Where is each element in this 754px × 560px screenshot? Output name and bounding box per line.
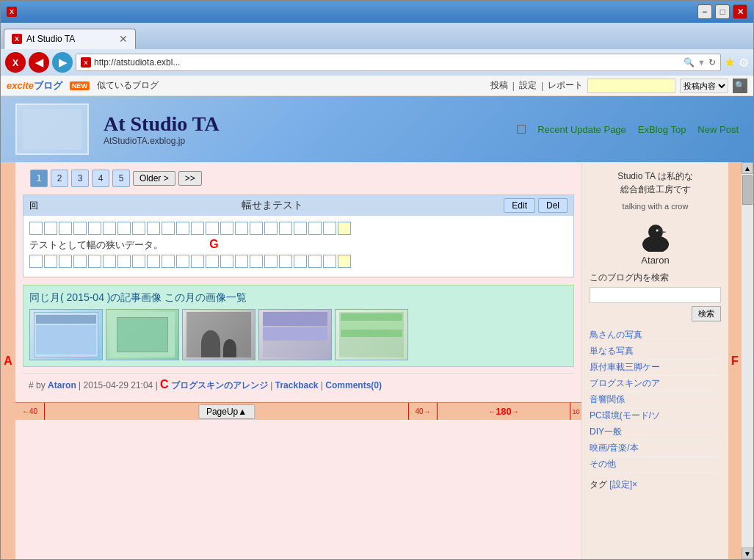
- scroll-thumb[interactable]: [742, 175, 753, 205]
- sidebar-link-diy[interactable]: DIY一般: [590, 424, 721, 440]
- link-item[interactable]: [176, 222, 189, 235]
- content-type-select[interactable]: 投稿内容: [680, 79, 728, 93]
- browser-tab-active[interactable]: X At Studio TA ✕: [4, 29, 136, 49]
- link-item[interactable]: [191, 222, 204, 235]
- recent-update-link[interactable]: Recent Update Page: [537, 124, 626, 135]
- sidebar-link-pc[interactable]: PC環境(モード/ソ: [590, 408, 721, 424]
- minimize-button[interactable]: −: [697, 4, 712, 19]
- gallery-title[interactable]: 同じ月( 2015-04 )の記事画像 この月の画像一覧: [29, 291, 568, 305]
- link-item[interactable]: [147, 222, 160, 235]
- sidebar-link-tripod[interactable]: 原付車載三脚ケー: [590, 360, 721, 376]
- link-item[interactable]: [162, 222, 175, 235]
- link-item[interactable]: [220, 255, 233, 268]
- browser-x-button[interactable]: X: [5, 52, 26, 73]
- link-item[interactable]: [73, 222, 87, 235]
- link-item[interactable]: [176, 255, 189, 268]
- exblog-top-link[interactable]: ExBlog Top: [638, 124, 686, 135]
- sidebar-link-photos[interactable]: 単なる写真: [590, 343, 721, 360]
- close-button[interactable]: ✕: [733, 4, 747, 19]
- sidebar-tag-settings[interactable]: [設定]×: [609, 479, 637, 490]
- link-item[interactable]: [117, 222, 131, 235]
- link-item[interactable]: [88, 255, 101, 268]
- link-item[interactable]: [73, 255, 87, 268]
- toolbar-search-input[interactable]: [587, 79, 675, 93]
- blog-nav-checkbox[interactable]: [517, 125, 526, 134]
- link-item[interactable]: [264, 222, 278, 235]
- link-item[interactable]: [235, 255, 248, 268]
- link-item[interactable]: [59, 255, 72, 268]
- comments-link[interactable]: Comments(0): [325, 380, 382, 390]
- sidebar-search-input[interactable]: [590, 287, 721, 303]
- gallery-thumb-5[interactable]: [335, 309, 408, 360]
- toolbar-post-link[interactable]: 投稿: [490, 79, 508, 92]
- toolbar-settings-link[interactable]: 設定: [519, 79, 537, 92]
- sidebar-search-button[interactable]: 検索: [692, 306, 721, 321]
- link-item[interactable]: [338, 222, 351, 235]
- scroll-down-button[interactable]: ▼: [742, 548, 753, 559]
- author-link[interactable]: Ataron: [48, 380, 76, 390]
- link-item[interactable]: [59, 222, 72, 235]
- similar-blogs-link[interactable]: 似ているブログ: [97, 79, 159, 92]
- refresh-icon[interactable]: ↻: [708, 57, 716, 68]
- link-item[interactable]: [29, 255, 43, 268]
- link-item[interactable]: [323, 255, 336, 268]
- link-item[interactable]: [250, 222, 263, 235]
- link-item[interactable]: [132, 255, 145, 268]
- sidebar-link-birds[interactable]: 鳥さんの写真: [590, 327, 721, 343]
- gallery-thumb-4[interactable]: [258, 309, 332, 360]
- forward-button[interactable]: ▶: [52, 52, 73, 73]
- scroll-up-button[interactable]: ▲: [742, 162, 753, 174]
- settings-gear-icon[interactable]: ⚙: [739, 56, 749, 70]
- link-item[interactable]: [103, 255, 116, 268]
- toolbar-report-link[interactable]: レポート: [548, 79, 583, 92]
- pageup-button[interactable]: PageUp▲: [198, 404, 255, 419]
- link-item[interactable]: [250, 255, 263, 268]
- dropdown-icon[interactable]: ▼: [697, 58, 706, 67]
- link-item[interactable]: [103, 222, 116, 235]
- edit-button[interactable]: Edit: [504, 198, 535, 213]
- tab-close-button[interactable]: ✕: [119, 33, 128, 45]
- link-item[interactable]: [279, 255, 292, 268]
- gallery-thumb-1[interactable]: [29, 309, 103, 360]
- link-item[interactable]: [279, 222, 292, 235]
- link-item[interactable]: [294, 222, 307, 235]
- link-item[interactable]: [235, 222, 248, 235]
- sidebar-link-other[interactable]: その他: [590, 457, 721, 473]
- page-btn-5[interactable]: 5: [112, 170, 130, 187]
- link-item[interactable]: [338, 255, 351, 268]
- link-item[interactable]: [206, 222, 219, 235]
- page-btn-2[interactable]: 2: [51, 170, 68, 187]
- page-btn-4[interactable]: 4: [92, 170, 109, 187]
- link-item[interactable]: [220, 222, 233, 235]
- gallery-thumb-2[interactable]: [106, 309, 179, 360]
- bookmark-star-icon[interactable]: ★: [724, 54, 736, 70]
- last-btn[interactable]: >>: [178, 171, 202, 186]
- del-button[interactable]: Del: [538, 198, 568, 213]
- link-item[interactable]: [44, 255, 57, 268]
- link-item[interactable]: [206, 255, 219, 268]
- older-btn[interactable]: Older >: [133, 171, 175, 186]
- link-item[interactable]: [308, 222, 322, 235]
- maximize-button[interactable]: □: [715, 4, 730, 19]
- link-item[interactable]: [294, 255, 307, 268]
- toolbar-search-button[interactable]: 🔍: [733, 79, 747, 93]
- link-item[interactable]: [308, 255, 322, 268]
- link-item[interactable]: [147, 255, 160, 268]
- trackback-link[interactable]: Trackback: [275, 380, 319, 390]
- scroll-track[interactable]: [742, 174, 753, 548]
- back-button[interactable]: ◀: [29, 52, 49, 73]
- link-item[interactable]: [132, 222, 145, 235]
- sidebar-link-media[interactable]: 映画/音楽/本: [590, 440, 721, 457]
- page-btn-3[interactable]: 3: [71, 170, 89, 187]
- link-item[interactable]: [191, 255, 204, 268]
- link-item[interactable]: [162, 255, 175, 268]
- address-bar[interactable]: X http://atstudiota.exbl... 🔍 ▼ ↻: [76, 54, 721, 71]
- link-item[interactable]: [44, 222, 57, 235]
- sidebar-link-audio[interactable]: 音響関係: [590, 392, 721, 408]
- sidebar-link-skin[interactable]: ブログスキンのア: [590, 376, 721, 392]
- link-item[interactable]: [29, 222, 43, 235]
- new-post-link[interactable]: New Post: [697, 124, 739, 135]
- link-item[interactable]: [88, 222, 101, 235]
- gallery-thumb-3[interactable]: [182, 309, 255, 360]
- link-item[interactable]: [323, 222, 336, 235]
